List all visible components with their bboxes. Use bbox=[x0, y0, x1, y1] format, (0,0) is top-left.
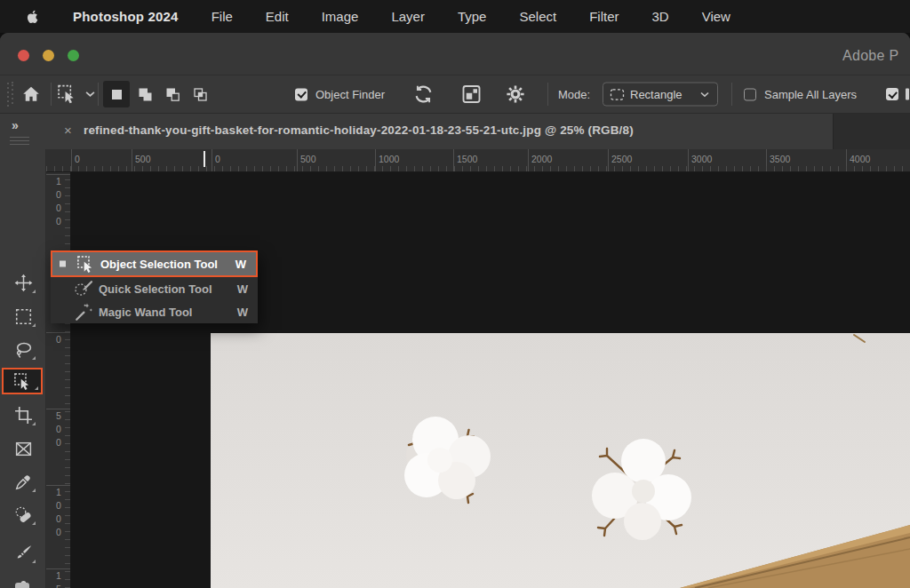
mode-dropdown[interactable]: Rectangle bbox=[603, 83, 718, 107]
document-tab-bar: » × refined-thank-you-gift-basket-for-ro… bbox=[0, 114, 910, 149]
menu-item-select[interactable]: Select bbox=[519, 9, 556, 24]
mode-label: Mode: bbox=[558, 88, 590, 101]
frame-tool[interactable] bbox=[7, 434, 39, 463]
document-image[interactable] bbox=[211, 333, 910, 588]
quick-selection-tool-icon bbox=[74, 279, 93, 298]
spot-healing-brush-tool[interactable] bbox=[7, 500, 39, 528]
ruler-label: 3000 bbox=[691, 154, 712, 164]
object-selection-tool-icon bbox=[76, 254, 95, 274]
object-selection-tool[interactable] bbox=[2, 368, 43, 394]
flyout-item-object-selection-tool[interactable]: Object Selection Tool W bbox=[51, 250, 258, 277]
flyout-item-shortcut: W bbox=[235, 258, 246, 271]
photo-background bbox=[211, 333, 910, 588]
options-bar-grip[interactable] bbox=[7, 82, 14, 107]
panel-grip[interactable] bbox=[10, 137, 29, 145]
ruler-label: 3500 bbox=[770, 154, 790, 164]
menu-item-filter[interactable]: Filter bbox=[589, 9, 619, 24]
rectangular-marquee-tool[interactable] bbox=[7, 302, 39, 330]
new-selection-button[interactable] bbox=[103, 81, 130, 107]
move-tool[interactable] bbox=[7, 268, 39, 297]
ruler-label: 2000 bbox=[531, 154, 552, 164]
subtract-from-selection-button[interactable] bbox=[159, 81, 186, 107]
flyout-item-magic-wand-tool[interactable]: Magic Wand Tool W bbox=[51, 300, 258, 323]
ruler-label: 4000 bbox=[850, 154, 870, 164]
lasso-tool[interactable] bbox=[7, 335, 39, 363]
document-tab[interactable]: × refined-thank-you-gift-basket-for-roma… bbox=[49, 114, 834, 149]
macos-menu-bar: Photoshop 2024 File Edit Image Layer Typ… bbox=[0, 0, 910, 33]
flyout-item-label: Object Selection Tool bbox=[100, 258, 218, 271]
close-window-button[interactable] bbox=[18, 50, 29, 61]
add-to-selection-icon bbox=[137, 86, 154, 103]
apple-menu-icon[interactable] bbox=[27, 9, 40, 25]
brush-tool[interactable] bbox=[7, 538, 39, 567]
intersect-selection-button[interactable] bbox=[187, 81, 213, 107]
minimize-window-button[interactable] bbox=[43, 50, 54, 61]
vertical-ruler[interactable]: 1000 0 500 1000 1500 bbox=[46, 172, 71, 588]
ruler-label: 1000 bbox=[53, 176, 64, 229]
ruler-label: 500 bbox=[135, 154, 151, 164]
new-selection-icon bbox=[108, 86, 125, 103]
chevron-down-icon bbox=[85, 91, 95, 98]
refresh-object-finder-button[interactable] bbox=[412, 83, 435, 106]
menu-item-image[interactable]: Image bbox=[322, 9, 359, 24]
window-title-text: Adobe P bbox=[842, 48, 898, 64]
zoom-window-button[interactable] bbox=[68, 50, 79, 61]
object-finder-checkbox[interactable] bbox=[295, 88, 307, 100]
ruler-label: 0 bbox=[75, 154, 80, 164]
tools-panel-header: » bbox=[0, 114, 49, 149]
sample-all-layers-label: Sample All Layers bbox=[764, 88, 857, 101]
trailing-toggle[interactable] bbox=[886, 88, 898, 100]
menu-item-3d[interactable]: 3D bbox=[652, 9, 669, 24]
selected-tool-bullet bbox=[60, 261, 66, 267]
object-selection-tool-icon bbox=[57, 84, 77, 105]
eyedropper-tool[interactable] bbox=[7, 467, 39, 496]
object-finder-toggle[interactable]: Object Finder bbox=[295, 88, 385, 101]
expand-panel-button[interactable]: » bbox=[12, 118, 17, 132]
flyout-item-shortcut: W bbox=[237, 306, 248, 319]
ruler-label: 2500 bbox=[611, 154, 632, 164]
crop-tool[interactable] bbox=[7, 401, 39, 429]
ruler-cursor-indicator bbox=[204, 151, 205, 167]
home-icon bbox=[21, 84, 41, 104]
menu-app-name[interactable]: Photoshop 2024 bbox=[73, 9, 179, 24]
sample-all-layers-checkbox[interactable] bbox=[744, 88, 756, 100]
ruler-label: 1000 bbox=[53, 487, 64, 540]
tool-flyout-menu: Object Selection Tool W Quick Selection … bbox=[51, 250, 258, 323]
ruler-label: 0 bbox=[215, 154, 220, 164]
document-tab-title: refined-thank-you-gift-basket-for-romant… bbox=[84, 123, 634, 137]
menu-item-file[interactable]: File bbox=[212, 9, 233, 24]
mode-dropdown-value: Rectangle bbox=[630, 88, 682, 101]
clipped-label-fragment bbox=[906, 89, 909, 100]
clipped-tool-icon[interactable] bbox=[15, 583, 29, 588]
tools-panel bbox=[0, 149, 46, 588]
canvas-area[interactable] bbox=[71, 172, 910, 588]
menu-item-view[interactable]: View bbox=[702, 9, 730, 24]
tool-options-bar: Object Finder bbox=[0, 75, 910, 114]
ruler-label: 0 bbox=[53, 334, 64, 347]
ruler-label: 500 bbox=[53, 410, 64, 450]
screen: Photoshop 2024 File Edit Image Layer Typ… bbox=[0, 0, 910, 588]
horizontal-ruler[interactable]: 0 500 0 500 1000 1500 2000 2500 3000 350… bbox=[46, 149, 910, 172]
photoshop-window: Adobe P bbox=[0, 33, 910, 588]
trailing-checkbox[interactable] bbox=[886, 88, 898, 100]
refresh-icon bbox=[412, 83, 435, 106]
flyout-item-shortcut: W bbox=[237, 282, 248, 296]
add-to-selection-button[interactable] bbox=[132, 81, 158, 107]
menu-item-type[interactable]: Type bbox=[458, 9, 487, 24]
window-title-bar: Adobe P bbox=[0, 33, 910, 75]
flyout-item-label: Quick Selection Tool bbox=[99, 282, 212, 296]
menu-item-edit[interactable]: Edit bbox=[266, 9, 289, 24]
object-finder-label: Object Finder bbox=[315, 88, 385, 101]
current-tool-button[interactable] bbox=[57, 84, 95, 105]
ruler-label: 1000 bbox=[379, 154, 399, 164]
magic-wand-tool-icon bbox=[74, 302, 93, 322]
flyout-item-label: Magic Wand Tool bbox=[99, 306, 192, 319]
flyout-item-quick-selection-tool[interactable]: Quick Selection Tool W bbox=[51, 277, 258, 300]
menu-item-layer[interactable]: Layer bbox=[391, 9, 425, 24]
chevron-down-icon bbox=[700, 91, 709, 97]
close-tab-button[interactable]: × bbox=[64, 123, 72, 139]
sample-all-layers-toggle[interactable]: Sample All Layers bbox=[744, 88, 857, 101]
home-button[interactable] bbox=[21, 84, 41, 104]
ruler-label: 1500 bbox=[457, 154, 477, 164]
show-all-objects-button[interactable] bbox=[460, 83, 483, 106]
